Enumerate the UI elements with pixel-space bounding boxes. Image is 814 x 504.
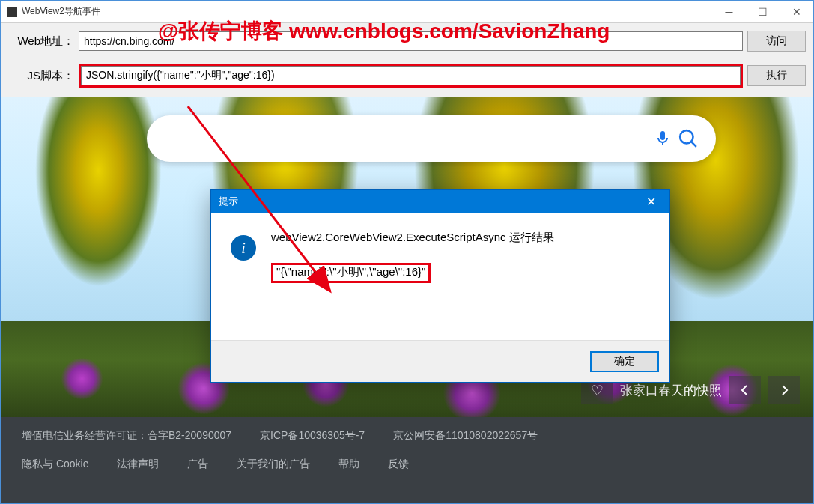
- mic-icon[interactable]: [650, 126, 675, 151]
- bing-search-box[interactable]: [147, 115, 716, 162]
- footer-link[interactable]: 京公网安备11010802022657号: [393, 429, 538, 443]
- url-input[interactable]: [79, 31, 743, 51]
- info-icon: i: [231, 235, 256, 261]
- dialog-footer: 确定: [211, 340, 669, 382]
- maximize-button[interactable]: ☐: [746, 1, 780, 23]
- carousel-next-button[interactable]: [768, 376, 800, 404]
- js-label: JS脚本：: [8, 69, 74, 83]
- footer-link[interactable]: 帮助: [338, 458, 359, 471]
- carousel-prev-button[interactable]: [729, 376, 761, 404]
- dialog-close-button[interactable]: ✕: [640, 195, 662, 209]
- dialog-result-text: "{\"name\":\"小明\",\"age\":16}": [271, 263, 431, 283]
- visit-button[interactable]: 访问: [747, 31, 806, 52]
- app-window: WebView2导航事件 ─ ☐ ✕ @张传宁博客 www.cnblogs.co…: [0, 0, 814, 504]
- footer-link[interactable]: 京ICP备10036305号-7: [260, 429, 365, 443]
- footer-link[interactable]: 广告: [187, 458, 208, 471]
- bing-footer: 增值电信业务经营许可证：合字B2-20090007 京ICP备10036305号…: [1, 417, 813, 503]
- url-row: Web地址： 访问: [8, 31, 806, 52]
- dialog-title: 提示: [219, 195, 640, 208]
- js-input[interactable]: [81, 66, 741, 85]
- footer-link[interactable]: 增值电信业务经营许可证：合字B2-20090007: [22, 429, 231, 443]
- app-icon: [7, 7, 17, 17]
- form-area: Web地址： 访问 JS脚本： 执行: [1, 23, 813, 97]
- footer-link[interactable]: 隐私与 Cookie: [22, 458, 88, 471]
- dialog-titlebar: 提示 ✕: [211, 190, 669, 213]
- window-title: WebView2导航事件: [22, 5, 712, 18]
- ok-button[interactable]: 确定: [590, 351, 659, 372]
- footer-link[interactable]: 反馈: [388, 458, 409, 471]
- titlebar: WebView2导航事件 ─ ☐ ✕: [1, 1, 813, 23]
- dialog-body: i webView2.CoreWebView2.ExecuteScriptAsy…: [211, 213, 669, 340]
- url-label: Web地址：: [8, 34, 74, 49]
- close-button[interactable]: ✕: [780, 1, 813, 23]
- js-row: JS脚本： 执行: [8, 64, 806, 88]
- minimize-button[interactable]: ─: [712, 1, 746, 23]
- search-icon[interactable]: [675, 126, 701, 151]
- dialog-heading: webView2.CoreWebView2.ExecuteScriptAsync…: [271, 231, 554, 245]
- footer-link[interactable]: 关于我们的广告: [237, 458, 310, 471]
- message-dialog: 提示 ✕ i webView2.CoreWebView2.ExecuteScri…: [210, 189, 670, 383]
- footer-link[interactable]: 法律声明: [117, 458, 159, 471]
- execute-button[interactable]: 执行: [747, 65, 806, 86]
- carousel-caption: 张家口春天的快照: [620, 382, 722, 399]
